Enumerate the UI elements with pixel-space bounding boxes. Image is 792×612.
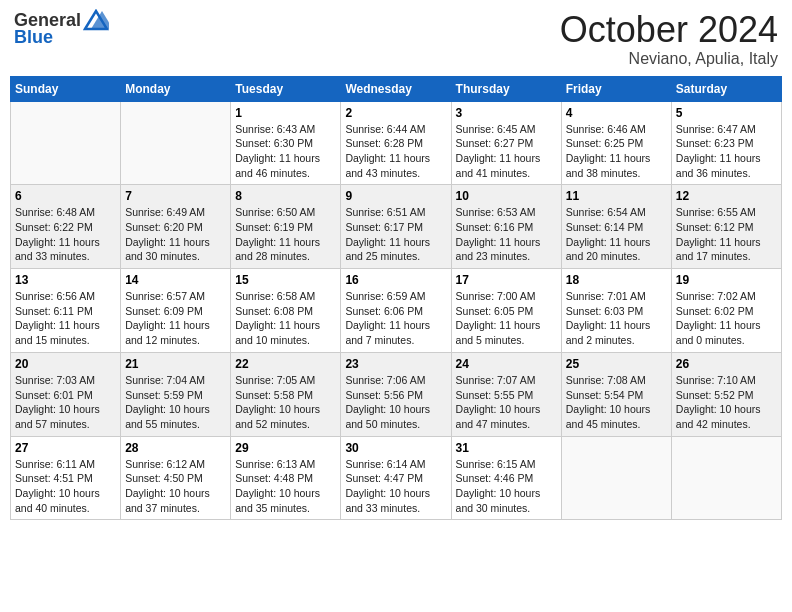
weekday-header: Tuesday — [231, 76, 341, 101]
calendar-cell — [671, 436, 781, 520]
day-number: 1 — [235, 106, 336, 120]
day-info: Sunrise: 7:08 AMSunset: 5:54 PMDaylight:… — [566, 373, 667, 432]
calendar-header-row: SundayMondayTuesdayWednesdayThursdayFrid… — [11, 76, 782, 101]
calendar-cell — [561, 436, 671, 520]
day-info: Sunrise: 7:03 AMSunset: 6:01 PMDaylight:… — [15, 373, 116, 432]
calendar-cell: 25Sunrise: 7:08 AMSunset: 5:54 PMDayligh… — [561, 352, 671, 436]
day-info: Sunrise: 7:00 AMSunset: 6:05 PMDaylight:… — [456, 289, 557, 348]
weekday-header: Wednesday — [341, 76, 451, 101]
weekday-header: Thursday — [451, 76, 561, 101]
day-number: 25 — [566, 357, 667, 371]
location-title: Neviano, Apulia, Italy — [560, 50, 778, 68]
day-info: Sunrise: 7:10 AMSunset: 5:52 PMDaylight:… — [676, 373, 777, 432]
calendar-cell: 31Sunrise: 6:15 AMSunset: 4:46 PMDayligh… — [451, 436, 561, 520]
calendar-cell: 15Sunrise: 6:58 AMSunset: 6:08 PMDayligh… — [231, 269, 341, 353]
day-info: Sunrise: 6:48 AMSunset: 6:22 PMDaylight:… — [15, 205, 116, 264]
day-info: Sunrise: 6:50 AMSunset: 6:19 PMDaylight:… — [235, 205, 336, 264]
day-info: Sunrise: 7:07 AMSunset: 5:55 PMDaylight:… — [456, 373, 557, 432]
day-number: 11 — [566, 189, 667, 203]
day-info: Sunrise: 6:49 AMSunset: 6:20 PMDaylight:… — [125, 205, 226, 264]
calendar-cell: 14Sunrise: 6:57 AMSunset: 6:09 PMDayligh… — [121, 269, 231, 353]
calendar-cell: 7Sunrise: 6:49 AMSunset: 6:20 PMDaylight… — [121, 185, 231, 269]
day-number: 26 — [676, 357, 777, 371]
calendar-cell: 27Sunrise: 6:11 AMSunset: 4:51 PMDayligh… — [11, 436, 121, 520]
day-number: 31 — [456, 441, 557, 455]
calendar-cell: 3Sunrise: 6:45 AMSunset: 6:27 PMDaylight… — [451, 101, 561, 185]
day-number: 4 — [566, 106, 667, 120]
logo-icon — [83, 9, 109, 31]
calendar-cell: 8Sunrise: 6:50 AMSunset: 6:19 PMDaylight… — [231, 185, 341, 269]
calendar-cell: 19Sunrise: 7:02 AMSunset: 6:02 PMDayligh… — [671, 269, 781, 353]
weekday-header: Sunday — [11, 76, 121, 101]
calendar-cell: 6Sunrise: 6:48 AMSunset: 6:22 PMDaylight… — [11, 185, 121, 269]
day-number: 2 — [345, 106, 446, 120]
day-number: 8 — [235, 189, 336, 203]
weekday-header: Friday — [561, 76, 671, 101]
calendar-cell: 4Sunrise: 6:46 AMSunset: 6:25 PMDaylight… — [561, 101, 671, 185]
calendar-cell: 28Sunrise: 6:12 AMSunset: 4:50 PMDayligh… — [121, 436, 231, 520]
day-info: Sunrise: 6:51 AMSunset: 6:17 PMDaylight:… — [345, 205, 446, 264]
calendar-cell — [11, 101, 121, 185]
day-info: Sunrise: 6:46 AMSunset: 6:25 PMDaylight:… — [566, 122, 667, 181]
day-number: 16 — [345, 273, 446, 287]
calendar-cell: 5Sunrise: 6:47 AMSunset: 6:23 PMDaylight… — [671, 101, 781, 185]
calendar-cell: 23Sunrise: 7:06 AMSunset: 5:56 PMDayligh… — [341, 352, 451, 436]
calendar-cell: 30Sunrise: 6:14 AMSunset: 4:47 PMDayligh… — [341, 436, 451, 520]
calendar-cell: 18Sunrise: 7:01 AMSunset: 6:03 PMDayligh… — [561, 269, 671, 353]
calendar-week-row: 20Sunrise: 7:03 AMSunset: 6:01 PMDayligh… — [11, 352, 782, 436]
day-info: Sunrise: 6:57 AMSunset: 6:09 PMDaylight:… — [125, 289, 226, 348]
calendar-cell: 12Sunrise: 6:55 AMSunset: 6:12 PMDayligh… — [671, 185, 781, 269]
day-info: Sunrise: 6:12 AMSunset: 4:50 PMDaylight:… — [125, 457, 226, 516]
calendar-cell: 1Sunrise: 6:43 AMSunset: 6:30 PMDaylight… — [231, 101, 341, 185]
calendar-table: SundayMondayTuesdayWednesdayThursdayFrid… — [10, 76, 782, 521]
day-info: Sunrise: 6:59 AMSunset: 6:06 PMDaylight:… — [345, 289, 446, 348]
logo: General Blue — [14, 10, 109, 48]
day-number: 15 — [235, 273, 336, 287]
calendar-cell: 29Sunrise: 6:13 AMSunset: 4:48 PMDayligh… — [231, 436, 341, 520]
day-number: 19 — [676, 273, 777, 287]
calendar-cell: 21Sunrise: 7:04 AMSunset: 5:59 PMDayligh… — [121, 352, 231, 436]
day-info: Sunrise: 6:15 AMSunset: 4:46 PMDaylight:… — [456, 457, 557, 516]
day-number: 6 — [15, 189, 116, 203]
day-info: Sunrise: 6:58 AMSunset: 6:08 PMDaylight:… — [235, 289, 336, 348]
day-info: Sunrise: 6:43 AMSunset: 6:30 PMDaylight:… — [235, 122, 336, 181]
day-info: Sunrise: 6:45 AMSunset: 6:27 PMDaylight:… — [456, 122, 557, 181]
day-number: 29 — [235, 441, 336, 455]
day-number: 18 — [566, 273, 667, 287]
day-number: 14 — [125, 273, 226, 287]
day-info: Sunrise: 6:55 AMSunset: 6:12 PMDaylight:… — [676, 205, 777, 264]
day-number: 9 — [345, 189, 446, 203]
day-number: 27 — [15, 441, 116, 455]
calendar-cell: 10Sunrise: 6:53 AMSunset: 6:16 PMDayligh… — [451, 185, 561, 269]
title-block: October 2024 Neviano, Apulia, Italy — [560, 10, 778, 68]
day-info: Sunrise: 7:02 AMSunset: 6:02 PMDaylight:… — [676, 289, 777, 348]
day-info: Sunrise: 6:44 AMSunset: 6:28 PMDaylight:… — [345, 122, 446, 181]
day-info: Sunrise: 6:13 AMSunset: 4:48 PMDaylight:… — [235, 457, 336, 516]
logo-blue: Blue — [14, 27, 53, 48]
day-info: Sunrise: 7:06 AMSunset: 5:56 PMDaylight:… — [345, 373, 446, 432]
day-number: 13 — [15, 273, 116, 287]
day-number: 20 — [15, 357, 116, 371]
calendar-week-row: 27Sunrise: 6:11 AMSunset: 4:51 PMDayligh… — [11, 436, 782, 520]
calendar-cell: 24Sunrise: 7:07 AMSunset: 5:55 PMDayligh… — [451, 352, 561, 436]
day-number: 3 — [456, 106, 557, 120]
day-info: Sunrise: 6:11 AMSunset: 4:51 PMDaylight:… — [15, 457, 116, 516]
calendar-week-row: 1Sunrise: 6:43 AMSunset: 6:30 PMDaylight… — [11, 101, 782, 185]
page-header: General Blue October 2024 Neviano, Apuli… — [10, 10, 782, 68]
day-info: Sunrise: 7:01 AMSunset: 6:03 PMDaylight:… — [566, 289, 667, 348]
calendar-cell: 16Sunrise: 6:59 AMSunset: 6:06 PMDayligh… — [341, 269, 451, 353]
calendar-cell: 11Sunrise: 6:54 AMSunset: 6:14 PMDayligh… — [561, 185, 671, 269]
day-number: 30 — [345, 441, 446, 455]
day-info: Sunrise: 6:47 AMSunset: 6:23 PMDaylight:… — [676, 122, 777, 181]
day-number: 21 — [125, 357, 226, 371]
day-number: 7 — [125, 189, 226, 203]
day-info: Sunrise: 6:53 AMSunset: 6:16 PMDaylight:… — [456, 205, 557, 264]
day-info: Sunrise: 7:04 AMSunset: 5:59 PMDaylight:… — [125, 373, 226, 432]
calendar-cell: 2Sunrise: 6:44 AMSunset: 6:28 PMDaylight… — [341, 101, 451, 185]
day-number: 10 — [456, 189, 557, 203]
calendar-cell: 9Sunrise: 6:51 AMSunset: 6:17 PMDaylight… — [341, 185, 451, 269]
calendar-cell: 20Sunrise: 7:03 AMSunset: 6:01 PMDayligh… — [11, 352, 121, 436]
weekday-header: Saturday — [671, 76, 781, 101]
month-title: October 2024 — [560, 10, 778, 50]
day-number: 22 — [235, 357, 336, 371]
